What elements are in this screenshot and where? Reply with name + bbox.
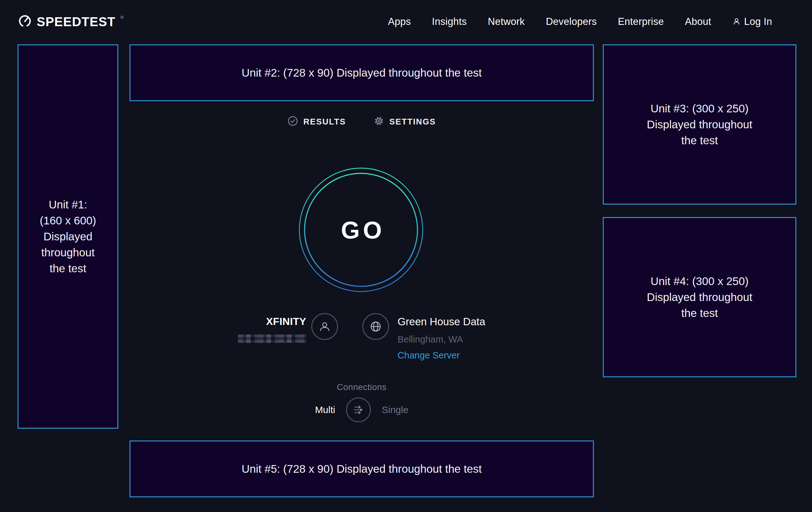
speedtest-logo[interactable]: SPEEDTEST ®: [18, 14, 123, 30]
logo-text: SPEEDTEST: [37, 15, 115, 29]
tab-results[interactable]: RESULTS: [287, 115, 346, 128]
speedtest-page: SPEEDTEST ® Apps Insights Network Develo…: [0, 0, 812, 512]
check-circle-icon: [287, 115, 298, 128]
tab-settings[interactable]: SETTINGS: [374, 115, 436, 128]
go-button[interactable]: GO: [298, 167, 424, 292]
connections-multi-option[interactable]: Multi: [315, 404, 335, 415]
multi-arrows-icon: [352, 403, 365, 416]
ad-unit-4: Unit #4: (300 x 250)Displayed throughout…: [603, 217, 796, 377]
isp-info: XFINITY: [238, 313, 306, 343]
tab-bar: RESULTS SETTINGS: [129, 115, 594, 128]
isp-name: XFINITY: [266, 316, 306, 327]
nav-item-insights[interactable]: Insights: [432, 16, 467, 27]
isp-avatar: [311, 313, 338, 340]
settings-label: SETTINGS: [389, 117, 436, 127]
user-icon: [732, 17, 741, 27]
ad-unit-3: Unit #3: (300 x 250)Displayed throughout…: [603, 44, 796, 205]
server-name: Green House Data: [397, 316, 485, 328]
go-label: GO: [298, 167, 424, 292]
connections-toggle[interactable]: [346, 397, 371, 422]
login-button[interactable]: Log In: [732, 16, 772, 27]
nav-item-about[interactable]: About: [685, 16, 711, 27]
ad-unit-1: Unit #1:(160 x 600)Displayedthroughoutth…: [18, 44, 118, 429]
connections-toggle-row: Multi Single: [129, 397, 594, 422]
server-globe-badge: [362, 313, 389, 340]
nav-item-developers[interactable]: Developers: [546, 16, 597, 27]
ad-unit-3-text: Unit #3: (300 x 250)Displayed throughout…: [647, 101, 752, 149]
results-label: RESULTS: [303, 117, 346, 127]
login-label: Log In: [744, 16, 772, 27]
globe-icon: [368, 319, 383, 334]
gauge-logo-icon: [18, 14, 32, 30]
gear-icon: [374, 115, 384, 128]
ad-unit-4-text: Unit #4: (300 x 250)Displayed throughout…: [647, 273, 752, 321]
nav-item-network[interactable]: Network: [488, 16, 525, 27]
ad-unit-5: Unit #5: (728 x 90) Displayed throughout…: [129, 440, 594, 497]
nav-item-apps[interactable]: Apps: [388, 16, 411, 27]
server-location: Bellingham, WA: [397, 334, 463, 345]
logo-trademark: ®: [121, 15, 124, 20]
ad-unit-2: Unit #2: (728 x 90) Displayed throughout…: [129, 44, 594, 101]
nav-item-enterprise[interactable]: Enterprise: [618, 16, 664, 27]
main-nav: Apps Insights Network Developers Enterpr…: [388, 16, 772, 27]
ad-unit-2-text: Unit #2: (728 x 90) Displayed throughout…: [242, 65, 482, 81]
redacted-account-detail: [238, 334, 306, 343]
ad-unit-1-text: Unit #1:(160 x 600)Displayedthroughoutth…: [39, 197, 96, 276]
connection-info-row: XFINITY Green House Data Bellingham, WA …: [129, 313, 594, 361]
person-icon: [318, 320, 332, 333]
top-nav-bar: SPEEDTEST ® Apps Insights Network Develo…: [0, 0, 812, 44]
connections-label: Connections: [129, 382, 594, 392]
ad-unit-5-text: Unit #5: (728 x 90) Displayed throughout…: [242, 461, 482, 477]
change-server-link[interactable]: Change Server: [397, 350, 460, 361]
server-info: Green House Data Bellingham, WA Change S…: [397, 313, 485, 361]
connections-single-option[interactable]: Single: [382, 404, 408, 415]
